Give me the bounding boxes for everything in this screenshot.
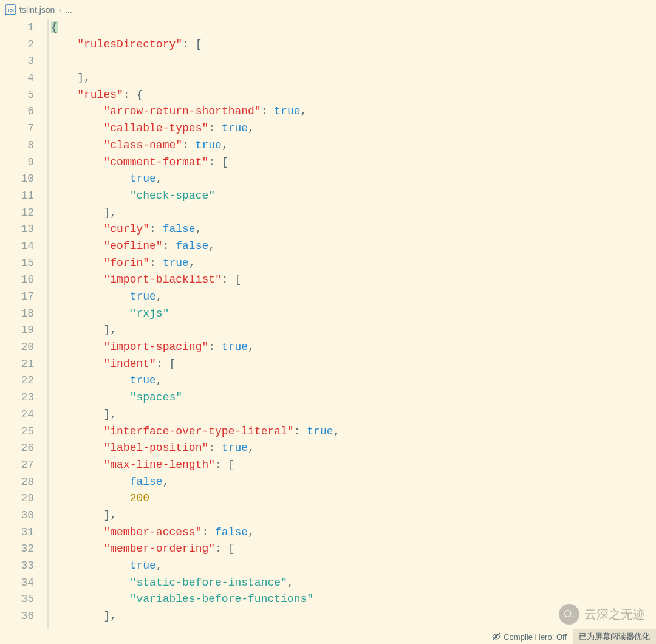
token-k: "curly" bbox=[103, 223, 149, 235]
token-k: "rulesDirectory" bbox=[77, 38, 182, 50]
token-b: true bbox=[222, 122, 248, 134]
breadcrumb-tail[interactable]: ... bbox=[65, 5, 72, 15]
token-p: : bbox=[182, 139, 196, 151]
token-p: : [ bbox=[222, 273, 241, 286]
code-line[interactable]: "max-line-length": [ bbox=[51, 457, 656, 474]
line-number: 3 bbox=[0, 53, 34, 70]
code-line[interactable]: "member-ordering": [ bbox=[51, 541, 656, 558]
code-line[interactable]: false, bbox=[51, 474, 656, 491]
token-k: "member-access" bbox=[103, 526, 202, 538]
code-line[interactable]: true, bbox=[51, 558, 656, 575]
token-p bbox=[51, 105, 103, 117]
code-line[interactable]: ], bbox=[51, 322, 656, 339]
code-line[interactable]: true, bbox=[51, 289, 656, 306]
code-line[interactable]: "rules": { bbox=[51, 87, 656, 104]
token-b: true bbox=[274, 105, 300, 117]
line-number: 17 bbox=[0, 289, 34, 306]
token-p bbox=[51, 492, 130, 504]
token-p bbox=[51, 139, 103, 151]
status-compile-hero[interactable]: Compile Hero: Off bbox=[485, 629, 573, 644]
token-p: , bbox=[189, 257, 196, 269]
line-number: 30 bbox=[0, 507, 34, 524]
token-p: : { bbox=[123, 89, 143, 101]
code-line[interactable]: true, bbox=[51, 372, 656, 389]
code-line[interactable]: "interface-over-type-literal": true, bbox=[51, 423, 656, 440]
token-b: false bbox=[163, 223, 196, 235]
token-p: , bbox=[333, 425, 340, 437]
token-p: : [ bbox=[208, 156, 228, 168]
code-line[interactable]: ], bbox=[51, 205, 656, 222]
code-line[interactable]: "eofline": false, bbox=[51, 238, 656, 255]
token-p: ], bbox=[51, 509, 117, 521]
line-number: 26 bbox=[0, 440, 34, 457]
token-p bbox=[51, 577, 130, 589]
status-screen-reader-label: 已为屏幕阅读器优化 bbox=[579, 631, 650, 642]
status-screen-reader[interactable]: 已为屏幕阅读器优化 bbox=[573, 629, 656, 644]
token-k: "import-blacklist" bbox=[103, 273, 221, 286]
token-b: true bbox=[130, 290, 156, 303]
code-line[interactable] bbox=[51, 53, 656, 70]
token-p: , bbox=[301, 105, 307, 117]
svg-text:TS: TS bbox=[7, 7, 14, 13]
code-line[interactable]: "comment-format": [ bbox=[51, 154, 656, 171]
code-line[interactable]: "indent": [ bbox=[51, 356, 656, 373]
token-p: : bbox=[149, 223, 163, 235]
code-line[interactable]: ], bbox=[51, 406, 656, 423]
code-line[interactable]: "import-blacklist": [ bbox=[51, 272, 656, 289]
code-editor[interactable]: 1234567891011121314151617181920212223242… bbox=[0, 19, 656, 629]
code-line[interactable]: 200 bbox=[51, 490, 656, 507]
token-p: , bbox=[196, 223, 202, 235]
code-line[interactable]: "check-space" bbox=[51, 188, 656, 205]
token-p: : bbox=[163, 240, 176, 252]
code-area[interactable]: { "rulesDirectory": [ ], "rules": { "arr… bbox=[47, 19, 656, 629]
code-line[interactable]: "label-position": true, bbox=[51, 440, 656, 457]
code-line[interactable]: "member-access": false, bbox=[51, 524, 656, 541]
line-number: 15 bbox=[0, 255, 34, 272]
code-line[interactable]: "curly": false, bbox=[51, 221, 656, 238]
line-number: 7 bbox=[0, 120, 34, 137]
token-p bbox=[51, 173, 130, 185]
line-number: 34 bbox=[0, 575, 34, 592]
token-p: , bbox=[156, 290, 163, 303]
code-line[interactable]: { bbox=[51, 19, 656, 36]
token-p: ], bbox=[51, 72, 91, 84]
token-k: "forin" bbox=[103, 257, 149, 269]
line-number: 21 bbox=[0, 356, 34, 373]
code-line[interactable]: "arrow-return-shorthand": true, bbox=[51, 103, 656, 120]
token-p bbox=[51, 374, 130, 386]
breadcrumb-file[interactable]: tslint.json bbox=[19, 5, 55, 15]
token-p: , bbox=[287, 577, 294, 589]
token-p bbox=[51, 459, 103, 471]
code-line[interactable]: "forin": true, bbox=[51, 255, 656, 272]
token-p: : [ bbox=[156, 358, 176, 370]
line-number: 10 bbox=[0, 171, 34, 188]
line-number: 11 bbox=[0, 188, 34, 205]
code-line[interactable]: ], bbox=[51, 507, 656, 524]
code-line[interactable]: "callable-types": true, bbox=[51, 120, 656, 137]
code-line[interactable]: "rulesDirectory": [ bbox=[51, 36, 656, 53]
token-p: : bbox=[208, 341, 222, 353]
token-p: ], bbox=[51, 610, 117, 622]
token-p: , bbox=[248, 122, 255, 134]
code-line[interactable]: "rxjs" bbox=[51, 306, 656, 323]
token-s: "check-space" bbox=[130, 190, 215, 202]
line-number: 25 bbox=[0, 423, 34, 440]
breadcrumb[interactable]: TS tslint.json › ... bbox=[0, 0, 656, 19]
line-number: 6 bbox=[0, 103, 34, 120]
line-number: 1 bbox=[0, 19, 34, 36]
code-line[interactable]: "spaces" bbox=[51, 389, 656, 406]
code-line[interactable]: "class-name": true, bbox=[51, 137, 656, 154]
ts-file-icon: TS bbox=[5, 4, 16, 15]
token-b: false bbox=[176, 240, 208, 252]
code-line[interactable]: ], bbox=[51, 70, 656, 87]
code-line[interactable]: "static-before-instance", bbox=[51, 575, 656, 592]
token-b: false bbox=[215, 526, 248, 538]
code-line[interactable]: "import-spacing": true, bbox=[51, 339, 656, 356]
line-number: 5 bbox=[0, 87, 34, 104]
line-number: 8 bbox=[0, 137, 34, 154]
line-number: 12 bbox=[0, 205, 34, 222]
token-p: , bbox=[156, 173, 163, 185]
code-line[interactable]: true, bbox=[51, 171, 656, 188]
breadcrumb-separator-icon: › bbox=[58, 5, 61, 15]
status-bar: Compile Hero: Off 已为屏幕阅读器优化 bbox=[0, 629, 656, 644]
